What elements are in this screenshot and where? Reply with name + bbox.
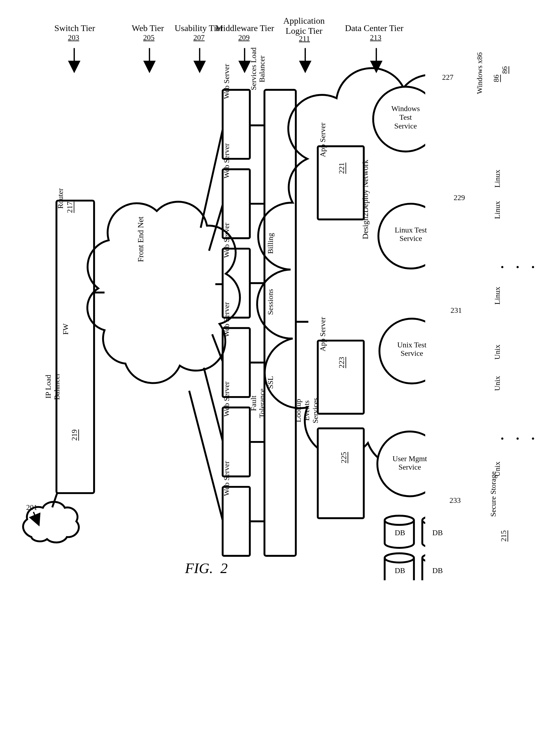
unix-1: Unix [493,343,502,362]
switch-tier-ref: 203 [68,34,79,42]
winx86-ref-2: 86 [500,64,509,76]
iplb-label: IP Load Balancer [44,355,61,418]
fw-label: FW [61,322,70,336]
lookup-ref: 225 [339,450,348,465]
webserver-4: Web Server [222,298,231,342]
data-tier-ref: 213 [370,34,381,42]
webserver-3: Web Server [222,218,231,262]
winx86-ref-1: 86 [492,72,501,85]
frontend-label: Front End Net [136,212,146,266]
db-3: DB [395,566,405,575]
diagram-canvas [0,0,425,580]
linux-ellipsis: • • • [501,262,537,273]
service-circles [373,87,425,496]
app1-label: App Server [318,118,327,162]
middle-tier-ref: 209 [238,34,250,42]
db-2: DB [432,529,443,538]
web-tier-title: Web Tier [132,23,164,33]
app1-ref: 221 [337,161,346,176]
switch-tier-title: Switch Tier [54,23,95,33]
svg-line-7 [52,492,57,507]
internet-ref: 201 [26,503,37,512]
linux-1: Linux [493,168,502,189]
usability-box [265,90,296,556]
storage-label: Secure Storage [489,466,498,522]
app-tier-ref: 211 [299,35,310,43]
router-label: Router [56,186,65,211]
webserver-1: Web Server [222,60,231,104]
app-tier-title: Application Logic Tier [283,16,325,36]
umgmt-svc-label: User Mgmt Service [392,454,427,472]
iplb-ref: 219 [70,427,79,443]
linux-2: Linux [493,199,502,220]
usability-tier-ref: 207 [193,34,205,42]
data-tier-title: Data Center Tier [345,23,403,33]
svg-line-6 [34,512,39,524]
linux-n: Linux [493,285,502,306]
umgmt-svc-ref: 233 [449,496,460,505]
svg-point-41 [385,553,414,562]
unix-ellipsis: • • • [501,434,537,444]
win-svc-ref: 227 [442,73,453,82]
lookup-label: Lookup Events Services [294,379,320,442]
ssl-label: SSL [266,374,275,391]
unix-svc-label: Unix Test Service [396,340,428,358]
db-1: DB [395,529,405,538]
slb-label: Services Load Balancer [249,21,267,117]
sessions-label: Sessions [266,284,275,320]
webserver-2: Web Server [222,139,231,183]
svg-line-18 [212,334,223,362]
svg-rect-30 [318,428,364,518]
router-ref: 217 [66,199,74,215]
app2-label: App Server [318,312,327,356]
billing-label: Billing [266,230,275,257]
cloud-front-end [88,202,240,383]
webserver-5: Web Server [222,377,231,421]
svg-line-20 [189,391,223,520]
unix-svc-ref: 231 [450,306,462,315]
winx86-label: Windows x86 [475,46,484,101]
unix-2: Unix [493,374,502,393]
d2d-label: Design2Deploy Network [361,152,370,246]
lin-svc-ref: 229 [454,193,465,202]
figure-label: FIG. 2 [185,560,228,577]
svg-point-39 [385,516,414,525]
win-svc-label: Windows Test Service [391,105,420,130]
storage-ref: 215 [499,529,508,544]
webserver-6: Web Server [222,456,231,500]
switch-box [56,201,94,493]
web-tier-ref: 205 [143,34,155,42]
db-4: DB [432,566,443,575]
svg-line-19 [204,368,223,441]
lin-svc-label: Linux Test Service [394,226,428,243]
fault-label: Fault Tolerance [249,368,267,439]
app2-ref: 223 [337,355,346,370]
